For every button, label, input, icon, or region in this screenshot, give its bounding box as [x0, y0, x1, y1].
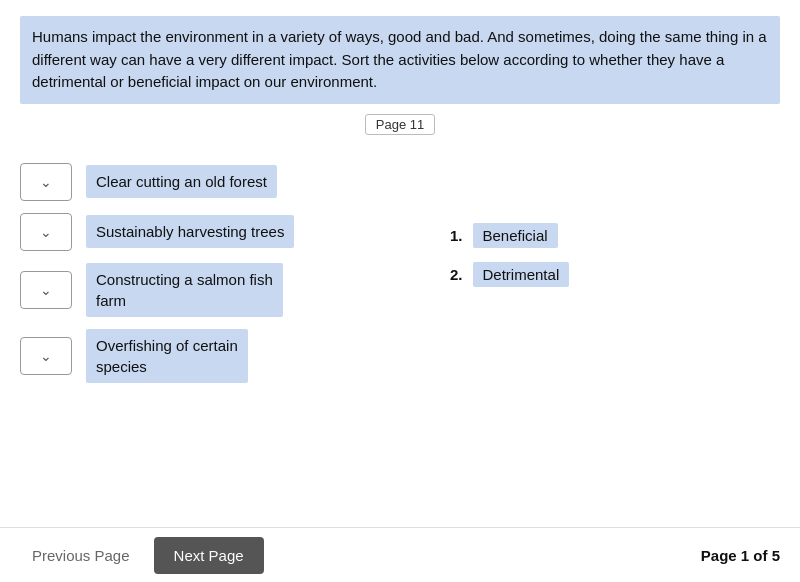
page-indicator: Page 11: [365, 114, 435, 135]
main-content: Humans impact the environment in a varie…: [0, 0, 800, 383]
activity-dropdown-2[interactable]: ⌄: [20, 213, 72, 251]
page-indicator-wrapper: Page 11: [20, 114, 780, 149]
activity-row: ⌄ Overfishing of certainspecies: [20, 329, 420, 383]
activity-label-3: Constructing a salmon fishfarm: [86, 263, 283, 317]
answer-number-2: 2.: [450, 266, 463, 283]
answer-item-2: 2. Detrimental: [450, 262, 569, 287]
answer-label-1: Beneficial: [473, 223, 558, 248]
page-of-label: Page 1 of 5: [701, 547, 780, 564]
footer: Previous Page Next Page Page 1 of 5: [0, 527, 800, 582]
activity-label-4: Overfishing of certainspecies: [86, 329, 248, 383]
left-column: ⌄ Clear cutting an old forest ⌄ Sustaina…: [20, 163, 420, 383]
activity-dropdown-1[interactable]: ⌄: [20, 163, 72, 201]
right-column: 1. Beneficial 2. Detrimental: [450, 223, 569, 287]
chevron-down-icon: ⌄: [40, 174, 52, 190]
answer-label-2: Detrimental: [473, 262, 570, 287]
activity-row: ⌄ Clear cutting an old forest: [20, 163, 420, 201]
chevron-down-icon: ⌄: [40, 224, 52, 240]
intro-text: Humans impact the environment in a varie…: [20, 16, 780, 104]
activity-dropdown-3[interactable]: ⌄: [20, 271, 72, 309]
activities-area: ⌄ Clear cutting an old forest ⌄ Sustaina…: [20, 163, 780, 383]
answer-item-1: 1. Beneficial: [450, 223, 569, 248]
activity-row: ⌄ Constructing a salmon fishfarm: [20, 263, 420, 317]
activity-label-2: Sustainably harvesting trees: [86, 215, 294, 248]
chevron-down-icon: ⌄: [40, 348, 52, 364]
activity-label-1: Clear cutting an old forest: [86, 165, 277, 198]
answer-number-1: 1.: [450, 227, 463, 244]
activity-dropdown-4[interactable]: ⌄: [20, 337, 72, 375]
chevron-down-icon: ⌄: [40, 282, 52, 298]
previous-page-button[interactable]: Previous Page: [16, 537, 146, 574]
activity-row: ⌄ Sustainably harvesting trees: [20, 213, 420, 251]
next-page-button[interactable]: Next Page: [154, 537, 264, 574]
